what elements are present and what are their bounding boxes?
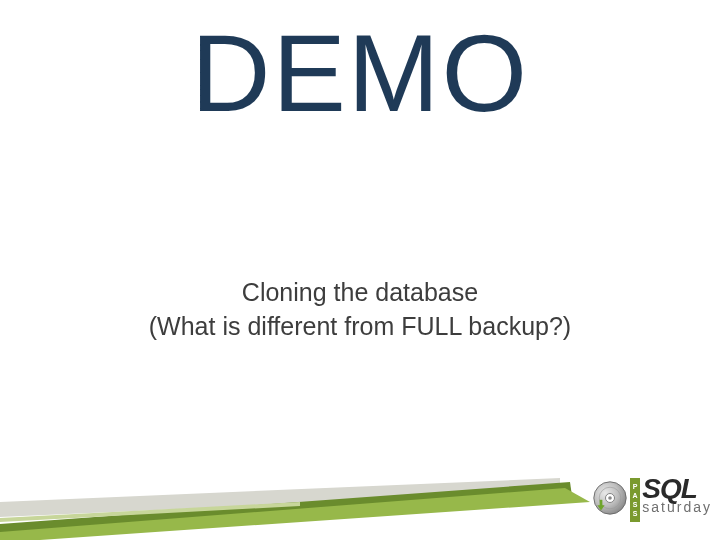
sql-saturday-logo: P A S S SQL saturday — [582, 474, 712, 534]
slide-title: DEMO — [0, 18, 720, 128]
pass-letter: S — [633, 501, 638, 508]
logo-sql-text: SQL — [642, 476, 712, 501]
slide: DEMO Cloning the database (What is diffe… — [0, 0, 720, 540]
pass-badge: P A S S — [630, 478, 640, 522]
svg-rect-9 — [600, 500, 603, 506]
logo-wordmark: SQL saturday — [642, 476, 712, 515]
svg-point-7 — [608, 496, 612, 500]
disc-icon — [592, 480, 628, 516]
subtitle-line-2: (What is different from FULL backup?) — [149, 312, 571, 340]
subtitle-line-1: Cloning the database — [242, 278, 478, 306]
slide-subtitle: Cloning the database (What is different … — [0, 276, 720, 344]
pass-letter: P — [633, 483, 638, 490]
pass-letter: A — [632, 492, 637, 499]
pass-letter: S — [633, 510, 638, 517]
footer-ribbon: P A S S SQL saturday — [0, 462, 720, 540]
logo-saturday-text: saturday — [642, 499, 712, 515]
